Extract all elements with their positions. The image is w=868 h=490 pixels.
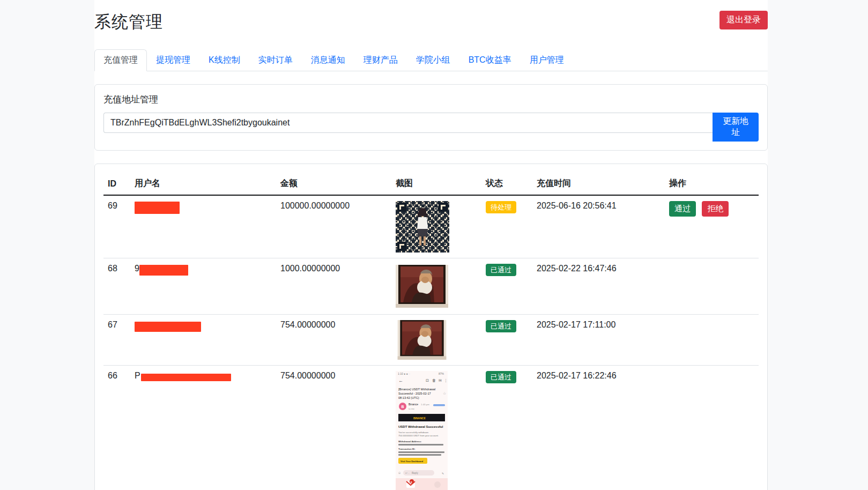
nav-circle	[434, 481, 441, 488]
cell-time: 2025-06-16 20:56:41	[532, 195, 665, 258]
trash-icon[interactable]: 🗑	[432, 378, 436, 382]
email-body-line1: You've successfully withdrawn	[398, 431, 429, 434]
archive-icon[interactable]: ⊡	[426, 378, 429, 382]
status-badge: 已通过	[486, 320, 516, 332]
email-body-line2: 754.00000000 USDT from your account.	[398, 434, 439, 437]
cell-screenshot: 1:10 ● ● ◌ 87% ← ⊡ 🗑 ✉ ⋮ [Binance] USDT …	[391, 366, 481, 490]
tab-wealth-products[interactable]: 理财产品	[354, 49, 407, 71]
link-placeholder	[433, 404, 445, 406]
update-address-button[interactable]: 更新地址	[713, 113, 759, 142]
header-screenshot: 截图	[391, 173, 481, 195]
reject-button[interactable]: 拒绝	[702, 201, 729, 217]
deposit-table: ID 用户名 金额 截图 状态 充值时间 操作 69 100000.000000…	[103, 173, 759, 490]
more-icon[interactable]: ⋮	[444, 378, 448, 382]
compose-icon[interactable]: ✎	[442, 472, 444, 475]
qr-finder-icon	[397, 242, 406, 251]
approve-button[interactable]: 通过	[669, 201, 696, 217]
binance-email-phone-screenshot[interactable]: 1:10 ● ● ◌ 87% ← ⊡ 🗑 ✉ ⋮ [Binance] USDT …	[396, 371, 448, 490]
main-container: 系统管理 退出登录 充值管理 提现管理 K线控制 实时订单 消息通知 理财产品 …	[94, 0, 768, 490]
email-subject-line2: Successful - 2025-02-17	[398, 392, 431, 395]
emoji-icon[interactable]: ☺	[398, 471, 401, 474]
cell-status: 已通过	[481, 366, 532, 490]
deposit-address-card: 充值地址管理 更新地址	[94, 84, 768, 151]
header-status: 状态	[481, 173, 532, 195]
txid-value-line2	[398, 454, 441, 456]
cell-screenshot	[391, 258, 481, 315]
reply-label: Reply	[412, 472, 418, 474]
page-header: 系统管理 退出登录	[94, 11, 768, 33]
cell-actions	[665, 315, 759, 366]
table-row: 66 P 754.00000000 1:10 ● ● ◌ 87% ← ⊡ 🗑	[103, 366, 759, 490]
tab-notifications[interactable]: 消息通知	[302, 49, 354, 71]
cell-id: 69	[103, 195, 130, 258]
table-header-row: ID 用户名 金额 截图 状态 充值时间 操作	[103, 173, 759, 195]
cell-status: 已通过	[481, 315, 532, 366]
reply-arrow-icon: ↩ ←	[405, 472, 411, 474]
tab-deposit-mgmt[interactable]: 充值管理	[94, 49, 147, 71]
tab-withdraw-mgmt[interactable]: 提现管理	[147, 49, 199, 71]
address-input-group: 更新地址	[103, 113, 759, 142]
cell-actions: 通过 拒绝	[665, 195, 759, 258]
tab-realtime-orders[interactable]: 实时订单	[249, 49, 302, 71]
to-line[interactable]: to me	[409, 407, 415, 410]
username-visible-prefix: P	[135, 371, 140, 380]
cell-actions	[665, 366, 759, 490]
tab-bar: 充值管理 提现管理 K线控制 实时订单 消息通知 理财产品 学院小组 BTC收益…	[94, 49, 768, 71]
painting-screenshot[interactable]	[396, 320, 448, 360]
cell-username	[130, 195, 276, 258]
deposit-address-title: 充值地址管理	[103, 93, 759, 106]
table-row: 67 754.00000000	[103, 315, 759, 366]
back-arrow-icon[interactable]: ←	[398, 378, 403, 383]
tab-btc-yield[interactable]: BTC收益率	[459, 49, 521, 71]
cell-status: 待处理	[481, 195, 532, 258]
address-value-line	[398, 444, 443, 446]
status-bar-text: 1:10 ● ● ◌	[398, 372, 410, 375]
header-time: 充值时间	[532, 173, 665, 195]
email-subject-line3: 08:13:42 (UTC)	[398, 396, 419, 399]
tab-kline-control[interactable]: K线控制	[199, 49, 249, 71]
email-subject-line1: [Binance] USDT Withdrawal	[398, 388, 435, 391]
cell-amount: 754.00000000	[276, 315, 391, 366]
redaction-bar	[141, 374, 231, 381]
deposit-records-card: ID 用户名 金额 截图 状态 充值时间 操作 69 100000.000000…	[94, 164, 768, 490]
header-username: 用户名	[130, 173, 276, 195]
cell-username: P	[130, 366, 276, 490]
qr-code-screenshot[interactable]	[396, 201, 449, 253]
cell-username	[130, 315, 276, 366]
cell-time: 2025-02-17 16:22:46	[532, 366, 665, 490]
header-actions: 操作	[665, 173, 759, 195]
star-icon[interactable]: ☆	[443, 391, 446, 395]
banner-logo-text: BINANCE	[413, 417, 426, 420]
address-label: Withdrawal Address:	[398, 440, 422, 443]
logout-button[interactable]: 退出登录	[719, 11, 768, 29]
sender-name: Binance	[409, 403, 418, 406]
dashboard-button-label: Visit Your Dashboard	[400, 460, 424, 463]
cell-id: 66	[103, 366, 130, 490]
table-row: 68 9 1000.00000000	[103, 258, 759, 315]
cell-amount: 100000.00000000	[276, 195, 391, 258]
header-id: ID	[103, 173, 130, 195]
cell-id: 68	[103, 258, 130, 315]
avatar-letter: B	[402, 405, 404, 409]
cell-amount: 1000.00000000	[276, 258, 391, 315]
username-visible-prefix: 9	[135, 264, 139, 273]
cell-screenshot	[391, 315, 481, 366]
sender-time: 1:43 pm	[421, 403, 429, 406]
cell-screenshot	[391, 195, 481, 258]
tab-academy-groups[interactable]: 学院小组	[407, 49, 459, 71]
cell-id: 67	[103, 315, 130, 366]
battery-text: 87%	[439, 372, 444, 375]
page-title: 系统管理	[94, 11, 163, 33]
cell-username: 9	[130, 258, 276, 315]
header-amount: 金额	[276, 173, 391, 195]
email-heading: USDT Withdrawal Successful	[398, 425, 443, 428]
tab-user-mgmt[interactable]: 用户管理	[521, 49, 573, 71]
cell-actions	[665, 258, 759, 315]
cell-amount: 754.00000000	[276, 366, 391, 490]
painting-screenshot[interactable]	[396, 264, 448, 309]
cell-time: 2025-02-22 16:47:46	[532, 258, 665, 315]
cell-time: 2025-02-17 17:11:00	[532, 315, 665, 366]
deposit-address-input[interactable]	[103, 113, 713, 133]
mail-icon[interactable]: ✉	[439, 378, 442, 382]
table-row: 69 100000.00000000	[103, 195, 759, 258]
